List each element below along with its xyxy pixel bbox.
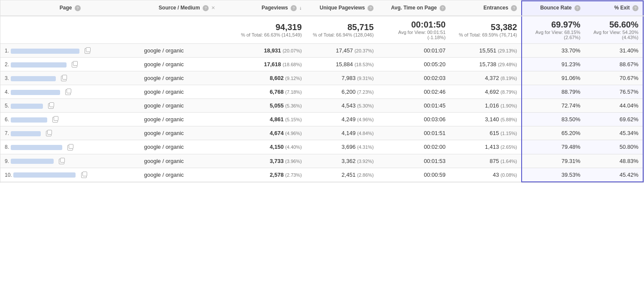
exit-value: 45.42% — [620, 172, 638, 178]
copy-icon[interactable] — [65, 89, 71, 95]
col-header-page: Page ? — [0, 1, 140, 16]
unique-pct: (20.37%) — [355, 48, 374, 53]
entrances-help-icon[interactable]: ? — [511, 5, 517, 11]
cell-pageviews: 8,602 (9.12%) — [234, 71, 306, 85]
entrances-pct: (8.79%) — [501, 89, 517, 95]
cell-exit: 88.67% — [585, 58, 643, 71]
cell-avgtime: 00:05:20 — [378, 58, 450, 71]
bounce-value: 79.48% — [562, 144, 580, 150]
copy-icon[interactable] — [46, 131, 52, 136]
page-link-blur[interactable] — [11, 49, 79, 54]
cell-unique: 6,200 (7.23%) — [306, 85, 378, 99]
page-help-icon[interactable]: ? — [75, 5, 81, 11]
page-link-blur[interactable] — [11, 104, 43, 109]
cell-avgtime: 00:01:53 — [378, 154, 450, 168]
cell-source: google / organic — [140, 44, 234, 58]
source-help-icon[interactable]: ? — [203, 5, 209, 11]
cell-page: 1. — [0, 44, 140, 58]
table-row: 6. google / organic4,861 (5.15%)4,249 (4… — [0, 113, 643, 126]
bounce-value: 65.20% — [562, 130, 580, 136]
page-link-blur[interactable] — [11, 117, 47, 123]
copy-icon[interactable] — [59, 159, 64, 164]
pageviews-sort-icon[interactable]: ↓ — [299, 5, 302, 10]
avgtime-value: 00:01:45 — [424, 102, 446, 109]
page-link-blur[interactable] — [11, 159, 54, 164]
cell-exit: 31.40% — [585, 44, 643, 58]
copy-icon[interactable] — [48, 103, 54, 109]
page-link-blur[interactable] — [11, 131, 41, 136]
table-row: 1. google / organic18,931 (20.07%)17,457… — [0, 44, 643, 58]
copy-icon[interactable] — [52, 117, 58, 123]
exit-value: 70.67% — [620, 75, 638, 81]
unique-value: 4,249 — [342, 116, 356, 123]
avgtime-value: 00:00:59 — [424, 172, 446, 178]
source-value: google / organic — [144, 172, 184, 178]
exit-value: 44.04% — [620, 102, 638, 109]
unique-value: 3,696 — [342, 144, 356, 150]
page-link-blur[interactable] — [11, 76, 56, 81]
totals-page — [0, 16, 140, 44]
entrances-pct: (0.08%) — [501, 172, 517, 178]
cell-bounce: 79.48% — [522, 140, 585, 154]
cell-unique: 4,543 (5.30%) — [306, 99, 378, 113]
cell-entrances: 4,692 (8.79%) — [450, 85, 522, 99]
bounce-value: 39.53% — [562, 172, 580, 178]
entrances-pct: (1.90%) — [501, 103, 517, 108]
cell-page: 4. — [0, 85, 140, 99]
exit-value: 50.80% — [620, 144, 638, 150]
pageviews-pct: (20.07%) — [283, 48, 302, 53]
cell-unique: 4,149 (4.84%) — [306, 126, 378, 140]
avgtime-value: 00:02:46 — [424, 89, 446, 95]
cell-page: 5. — [0, 99, 140, 113]
copy-icon[interactable] — [61, 76, 67, 81]
cell-entrances: 615 (1.15%) — [450, 126, 522, 140]
pageviews-pct: (18.68%) — [283, 62, 302, 67]
exit-help-icon[interactable]: ? — [632, 5, 638, 11]
bounce-value: 33.70% — [562, 47, 580, 54]
page-link-blur[interactable] — [11, 90, 60, 95]
col-header-source: Source / Medium ? ✕ — [140, 1, 234, 16]
entrances-value: 875 — [489, 158, 499, 164]
pageviews-help-icon[interactable]: ? — [291, 5, 297, 11]
col-header-pageviews: Pageviews ? ↓ — [234, 1, 306, 16]
unique-pct: (5.30%) — [357, 103, 374, 108]
bounce-value: 83.50% — [562, 116, 580, 123]
totals-bounce: 69.97% Avg for View: 68.15% (2.67%) — [522, 16, 585, 44]
cell-pageviews: 18,931 (20.07%) — [234, 44, 306, 58]
entrances-pct: (2.65%) — [501, 144, 517, 150]
entrances-pct: (1.64%) — [501, 159, 517, 164]
col-header-avgtime: Avg. Time on Page ? — [378, 1, 450, 16]
pageviews-value: 4,150 — [270, 144, 284, 150]
source-value: google / organic — [144, 89, 184, 95]
cell-source: google / organic — [140, 58, 234, 71]
totals-exit: 56.60% Avg for View: 54.20% (4.43%) — [585, 16, 643, 44]
cell-page: 7. — [0, 126, 140, 140]
pageviews-value: 6,768 — [270, 89, 284, 95]
copy-icon[interactable] — [72, 62, 77, 68]
pageviews-value: 8,602 — [270, 75, 284, 81]
unique-pct: (3.92%) — [357, 159, 374, 164]
cell-page: 3. — [0, 71, 140, 85]
page-link-blur[interactable] — [11, 62, 67, 68]
cell-bounce: 33.70% — [522, 44, 585, 58]
unique-help-icon[interactable]: ? — [368, 5, 374, 11]
cell-entrances: 15,738 (29.48%) — [450, 58, 522, 71]
cell-exit: 44.04% — [585, 99, 643, 113]
entrances-value: 15,551 — [479, 47, 496, 54]
bounce-help-icon[interactable]: ? — [574, 5, 580, 11]
cell-unique: 3,362 (3.92%) — [306, 154, 378, 168]
avgtime-help-icon[interactable]: ? — [440, 5, 446, 11]
copy-icon[interactable] — [85, 48, 90, 54]
unique-pct: (4.96%) — [357, 117, 374, 122]
entrances-pct: (1.15%) — [501, 131, 517, 136]
cell-exit: 70.67% — [585, 71, 643, 85]
page-link-blur[interactable] — [11, 145, 62, 150]
copy-icon[interactable] — [81, 172, 87, 178]
totals-unique: 85,715 % of Total: 66.94% (128,046) — [306, 16, 378, 44]
copy-icon[interactable] — [67, 145, 73, 150]
source-value: google / organic — [144, 158, 184, 164]
page-link-blur[interactable] — [13, 172, 76, 178]
source-value: google / organic — [144, 130, 184, 136]
source-close-icon[interactable]: ✕ — [211, 5, 215, 11]
totals-source — [140, 16, 234, 44]
